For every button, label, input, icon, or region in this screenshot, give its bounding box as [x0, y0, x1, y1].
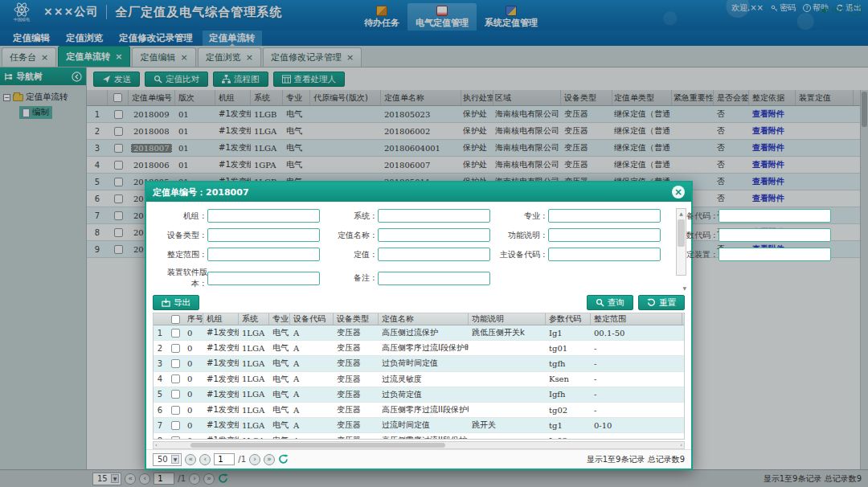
form-vertical-scrollbar[interactable]: ▲	[676, 208, 686, 276]
detail-table-row[interactable]: 6 0 #1发变组 1LGA 电气 A 变压器 高压侧零序过流II段保护时间 t…	[154, 403, 684, 418]
form-field: 装置软件版本	[154, 267, 320, 289]
field-label: 功能说明	[495, 230, 548, 241]
export-button[interactable]: 导出	[153, 295, 199, 310]
dialog-prev-page-button[interactable]: ‹	[199, 454, 211, 465]
reset-button[interactable]: 重置	[638, 295, 685, 310]
dialog-page-size-select[interactable]: 50▼	[153, 453, 182, 466]
form-field: 定值名称	[325, 228, 490, 242]
detail-row-checkbox[interactable]	[171, 406, 180, 415]
field-input[interactable]	[378, 228, 490, 242]
field-label: 设备类型	[154, 230, 207, 241]
dialog-next-page-button[interactable]: ›	[249, 454, 260, 465]
form-field: 整定范围	[154, 248, 320, 261]
field-label: 装置软件版本	[154, 267, 207, 289]
field-label: 整定范围	[154, 249, 207, 260]
field-input[interactable]	[207, 228, 320, 242]
field-input[interactable]	[207, 209, 320, 223]
detail-table-row[interactable]: 2 0 #1发变组 1LGA 电气 A 变压器 高压侧零序过流I段保护时间 tg…	[154, 341, 684, 356]
dialog-titlebar: 定值单编号：2018007 ×	[146, 182, 691, 202]
detail-row-checkbox[interactable]	[171, 390, 180, 399]
detail-table-row[interactable]: 1 0 #1发变组 1LGA 电气 A 变压器 高压侧过流保护 跳低压侧开关k …	[154, 325, 684, 341]
detail-table-header: 序号 机组 系统 专业 设备代码 设备类型 定值名称 功能说明 参数代码 整定范…	[154, 313, 684, 325]
detail-row-checkbox[interactable]	[171, 436, 180, 440]
scroll-left-icon: ‹	[155, 442, 158, 448]
field-input[interactable]	[207, 248, 320, 261]
field-label: 备注	[325, 272, 378, 284]
dialog-detail-table: 序号 机组 系统 专业 设备代码 设备类型 定值名称 功能说明 参数代码 整定范…	[153, 313, 685, 440]
chevron-down-icon: ▼	[171, 455, 180, 464]
detail-table-row[interactable]: 4 0 #1发变组 1LGA 电气 A 变压器 过流灵敏度 Ksen -	[154, 372, 684, 387]
form-field: 系统	[325, 209, 490, 223]
field-label: 定值名称	[325, 230, 378, 241]
form-field: 设备类型	[154, 228, 320, 242]
field-input[interactable]	[378, 272, 490, 285]
export-icon	[162, 298, 170, 307]
field-input[interactable]	[378, 248, 490, 261]
scroll-up-icon: ▲	[679, 209, 683, 218]
field-label: 设备代码	[665, 211, 719, 222]
reset-icon	[647, 298, 656, 307]
dialog-close-button[interactable]: ×	[672, 186, 685, 198]
dialog-page-total: /1	[238, 455, 246, 464]
detail-select-all-checkbox[interactable]	[171, 315, 180, 324]
field-label: 参数代码	[665, 230, 719, 241]
dialog-toolbar: 导出 查询 重置	[146, 293, 691, 313]
field-input[interactable]	[719, 248, 831, 261]
scroll-right-icon: ›	[680, 442, 682, 448]
detail-row-checkbox[interactable]	[171, 329, 180, 338]
dialog-title: 定值单编号：2018007	[153, 186, 249, 198]
field-input[interactable]	[719, 228, 831, 242]
detail-row-checkbox[interactable]	[171, 359, 180, 368]
detail-table-row[interactable]: 8 0 #1发变组 1LGA 电气 A 变压器 高压侧零序过流II段保护 Ig0…	[154, 433, 684, 440]
dialog-page-number-input[interactable]	[214, 453, 235, 465]
dialog-footer: 50▼ « ‹ /1 › » 显示1至9条记录 总记录数9	[146, 449, 691, 469]
dialog-filter-form: 机组 系统 专业 设备代码	[146, 202, 691, 293]
field-label: 设定装置	[665, 249, 719, 260]
form-field: 功能说明	[495, 228, 661, 242]
form-field: 专业	[495, 209, 661, 223]
detail-row-checkbox[interactable]	[171, 374, 180, 383]
detail-row-checkbox[interactable]	[171, 421, 180, 430]
form-field: 定值	[325, 248, 490, 261]
field-label: 系统	[325, 211, 378, 222]
scroll-down-icon[interactable]: ▼	[682, 285, 686, 291]
query-button[interactable]: 查询	[587, 295, 633, 310]
dialog-first-page-button[interactable]: «	[185, 454, 196, 465]
field-label: 专业	[495, 211, 548, 222]
search-icon	[596, 298, 604, 307]
detail-table-body: 1 0 #1发变组 1LGA 电气 A 变压器 高压侧过流保护 跳低压侧开关k …	[154, 325, 684, 440]
detail-horizontal-scrollbar[interactable]: ‹ ›	[153, 441, 685, 449]
settings-order-dialog: 定值单编号：2018007 × 机组 系统 专业	[145, 181, 693, 470]
dialog-pagination: 50▼ « ‹ /1 › »	[153, 453, 289, 466]
detail-row-checkbox[interactable]	[171, 344, 180, 353]
form-field: 主设备代码	[495, 248, 661, 261]
refresh-icon[interactable]	[278, 454, 289, 464]
field-input[interactable]	[719, 209, 831, 223]
detail-table-row[interactable]: 5 0 #1发变组 1LGA 电气 A 变压器 过负荷定值 Igfh -	[154, 387, 684, 403]
detail-table-row[interactable]: 7 0 #1发变组 1LGA 电气 A 变压器 过流时间定值 跳开关 tg1 0…	[154, 418, 684, 433]
field-input[interactable]	[378, 209, 490, 223]
detail-table-row[interactable]: 3 0 #1发变组 1LGA 电气 A 变压器 过负荷时间定值 tgfh -	[154, 356, 684, 371]
field-input[interactable]	[207, 272, 320, 285]
field-input[interactable]	[548, 209, 661, 223]
form-field: 设定装置	[665, 248, 831, 261]
app-window: 中国核电 ×××公司 全厂定值及电气综合管理系统 欢迎,×× 密码 ? 帮助 退…	[0, 0, 868, 487]
dialog-last-page-button[interactable]: »	[264, 454, 275, 465]
field-input[interactable]	[548, 228, 661, 242]
form-field: 备注	[325, 267, 490, 289]
dialog-record-count-status: 显示1至9条记录 总记录数9	[587, 454, 685, 465]
form-field: 机组	[154, 209, 320, 223]
form-field: 参数代码	[665, 228, 831, 242]
form-field: 设备代码	[665, 209, 831, 223]
field-label: 定值	[325, 249, 378, 260]
field-input[interactable]	[548, 248, 661, 261]
field-label: 主设备代码	[495, 249, 548, 260]
field-label: 机组	[154, 211, 207, 222]
